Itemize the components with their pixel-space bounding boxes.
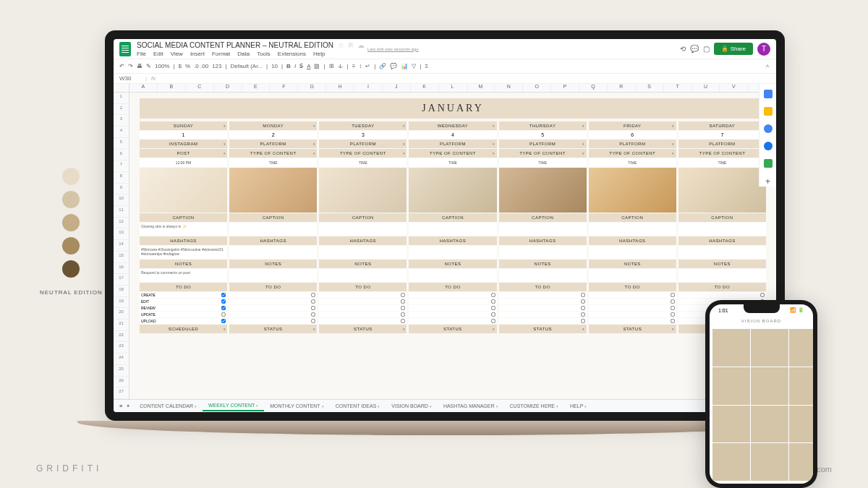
todo-checkbox[interactable] <box>491 293 495 297</box>
caption-content[interactable] <box>409 223 496 236</box>
caption-content[interactable]: Glowing skin is always in ✨ <box>140 223 227 236</box>
row-number[interactable]: 10 <box>114 194 129 206</box>
col-header[interactable]: F <box>270 84 298 92</box>
col-header[interactable]: V <box>720 84 748 92</box>
calendar-icon[interactable] <box>764 90 773 98</box>
menu-view[interactable]: View <box>171 51 183 57</box>
content-image[interactable] <box>499 168 587 213</box>
notes-content[interactable]: Respond to comments on post <box>140 269 227 282</box>
menu-tools[interactable]: Tools <box>257 51 271 57</box>
collapse-toolbar-icon[interactable]: ㅅ <box>765 62 770 70</box>
todo-checkbox[interactable] <box>401 306 405 310</box>
row-number[interactable]: 13 <box>114 228 129 240</box>
sheet-tab-help[interactable]: HELP ▾ <box>564 401 592 411</box>
time-cell[interactable]: 12:00 PM <box>140 158 227 167</box>
font-dropdown[interactable]: Default (Ar... <box>231 63 263 69</box>
row-number[interactable]: 21 <box>114 320 129 331</box>
col-header[interactable]: M <box>467 84 495 92</box>
italic-button[interactable]: I <box>294 63 296 69</box>
todo-checkbox[interactable] <box>401 319 405 323</box>
platform-cell[interactable]: PLATFORM <box>589 140 676 148</box>
content-image[interactable] <box>319 168 407 213</box>
tasks-icon[interactable] <box>764 124 773 133</box>
font-size-input[interactable]: 10 <box>271 63 278 69</box>
row-number[interactable]: 2 <box>114 104 129 116</box>
row-number[interactable]: 23 <box>114 342 129 354</box>
hashtags-content[interactable] <box>229 246 317 259</box>
status-cell[interactable]: STATUS <box>499 325 587 333</box>
todo-checkbox[interactable] <box>311 312 315 317</box>
spreadsheet-content[interactable]: JANUARY SUNDAY1INSTAGRAMPOST12:00 PMCAPT… <box>129 93 776 399</box>
content-image[interactable] <box>409 168 496 213</box>
print-icon[interactable]: 🖶 <box>137 63 142 69</box>
vision-image[interactable] <box>751 367 788 405</box>
filter-button[interactable]: ▽ <box>412 63 416 69</box>
format-button[interactable]: 123 <box>212 63 221 69</box>
menu-help[interactable]: Help <box>313 51 325 57</box>
sheet-tab-content-calendar[interactable]: CONTENT CALENDAR ▾ <box>134 401 203 411</box>
todo-checkbox[interactable] <box>671 293 675 297</box>
move-icon[interactable]: ⎘ <box>349 41 353 49</box>
time-cell[interactable]: TIME <box>499 158 587 167</box>
col-header[interactable]: H <box>326 84 354 92</box>
todo-checkbox[interactable] <box>491 299 495 304</box>
row-number[interactable]: 4 <box>114 127 129 138</box>
row-number[interactable]: 9 <box>114 184 129 195</box>
strike-button[interactable]: S̶ <box>299 63 303 69</box>
row-number[interactable]: 24 <box>114 354 129 365</box>
status-cell[interactable]: STATUS <box>589 325 676 333</box>
col-header[interactable]: O <box>523 84 551 92</box>
todo-checkbox[interactable] <box>221 306 226 310</box>
hashtags-content[interactable] <box>589 246 676 259</box>
col-header[interactable]: S <box>636 84 664 92</box>
vision-image[interactable] <box>712 443 750 481</box>
col-header[interactable]: A <box>129 84 158 92</box>
add-addon-icon[interactable]: + <box>765 176 770 187</box>
col-header[interactable]: J <box>383 84 411 92</box>
star-icon[interactable]: ☆ <box>338 41 344 49</box>
keep-icon[interactable] <box>764 107 773 116</box>
todo-checkbox[interactable] <box>221 299 226 304</box>
vision-image[interactable] <box>789 329 814 367</box>
vision-image[interactable] <box>712 406 750 443</box>
row-number[interactable]: 1 <box>114 93 129 104</box>
caption-content[interactable] <box>499 223 587 236</box>
caption-content[interactable] <box>229 223 317 236</box>
todo-checkbox[interactable] <box>581 293 585 297</box>
zoom-dropdown[interactable]: 100% <box>155 63 169 69</box>
col-header[interactable]: N <box>495 84 523 92</box>
todo-checkbox[interactable] <box>491 306 495 310</box>
platform-cell[interactable]: PLATFORM <box>499 140 587 148</box>
todo-checkbox[interactable] <box>581 306 585 310</box>
content-type-cell[interactable]: TYPE OF CONTENT <box>409 149 496 158</box>
todo-checkbox[interactable] <box>581 312 585 317</box>
col-header[interactable]: Q <box>579 84 608 92</box>
merge-button[interactable]: ⫝ <box>338 63 344 69</box>
menu-edit[interactable]: Edit <box>153 51 163 57</box>
vision-image[interactable] <box>751 406 788 443</box>
row-number[interactable]: 15 <box>114 252 129 263</box>
vision-image[interactable] <box>712 329 750 367</box>
todo-checkbox[interactable] <box>311 319 315 323</box>
platform-cell[interactable]: INSTAGRAM <box>140 140 227 148</box>
status-cell[interactable]: STATUS <box>229 325 317 333</box>
col-header[interactable]: P <box>551 84 579 92</box>
status-cell[interactable]: SCHEDULED <box>140 325 227 333</box>
day-name-header[interactable]: SATURDAY <box>678 121 766 130</box>
row-number[interactable]: 14 <box>114 240 129 252</box>
row-number[interactable]: 3 <box>114 115 129 127</box>
row-number[interactable]: 6 <box>114 150 129 161</box>
todo-checkbox[interactable] <box>671 319 675 323</box>
time-cell[interactable]: TIME <box>678 158 766 167</box>
menu-format[interactable]: Format <box>212 51 230 57</box>
row-number[interactable]: 19 <box>114 297 129 309</box>
todo-checkbox[interactable] <box>401 299 405 304</box>
user-avatar[interactable]: T <box>757 43 770 56</box>
col-header[interactable]: T <box>664 84 692 92</box>
text-color-button[interactable]: A <box>307 63 310 69</box>
last-edit-text[interactable]: Last edit was seconds ago <box>367 47 419 51</box>
todo-checkbox[interactable] <box>760 293 765 297</box>
notes-content[interactable] <box>678 269 766 282</box>
platform-cell[interactable]: PLATFORM <box>319 140 407 148</box>
col-header[interactable]: C <box>186 84 214 92</box>
